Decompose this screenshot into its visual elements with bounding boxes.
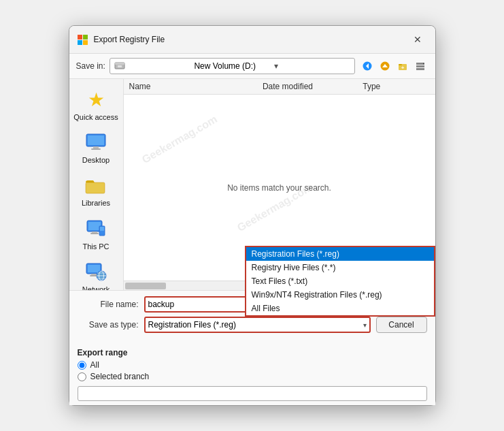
scrollbar-thumb[interactable] [125, 283, 166, 289]
sidebar-label-desktop: Desktop [82, 156, 110, 165]
dropdown-option-3[interactable]: Win9x/NT4 Registration Files (*.reg) [246, 288, 434, 302]
sidebar-label-network: Network [82, 285, 110, 290]
save-in-value: New Volume (D:) [194, 61, 270, 71]
svg-rect-23 [90, 233, 99, 234]
monitor-icon [84, 130, 108, 155]
new-folder-button[interactable]: + [394, 58, 411, 74]
sidebar-item-desktop[interactable]: Desktop [71, 127, 120, 167]
toolbar-icons: + [359, 58, 429, 74]
disk-icon-small [114, 61, 190, 71]
export-range-section: Export range All Selected branch [69, 342, 435, 405]
svg-rect-21 [88, 222, 101, 230]
export-registry-dialog: Export Registry File ✕ Save in: New Volu… [69, 25, 436, 406]
export-range-title: Export range [78, 348, 427, 357]
svg-rect-25 [100, 227, 104, 231]
star-icon: ★ [84, 87, 108, 112]
save-in-chevron: ▾ [274, 61, 350, 71]
title-bar: Export Registry File ✕ [69, 26, 435, 54]
radio-branch-label[interactable]: Selected branch [90, 372, 150, 381]
save-as-type-value: Registration Files (*.reg) [148, 320, 236, 330]
svg-rect-22 [92, 232, 97, 233]
sidebar-item-libraries[interactable]: Libraries [71, 170, 120, 210]
dialog-title: Export Registry File [94, 35, 403, 44]
svg-rect-1 [115, 63, 124, 65]
save-as-type-popup: Registration Files (*.reg) Registry Hive… [245, 246, 435, 317]
sidebar-item-network[interactable]: Network [71, 257, 120, 290]
file-name-label: File name: [78, 300, 139, 309]
close-button[interactable]: ✕ [408, 31, 427, 48]
col-header-date: Date modified [263, 82, 363, 91]
app-icon [78, 34, 88, 45]
branch-input[interactable] [78, 386, 427, 401]
nav-up-button[interactable] [377, 58, 393, 74]
view-options-button[interactable] [412, 58, 429, 74]
svg-rect-18 [86, 182, 105, 193]
radio-all: All [78, 360, 427, 370]
folder-icon [84, 173, 108, 197]
cancel-button[interactable]: Cancel [376, 317, 427, 333]
sidebar-label-quick-access: Quick access [73, 113, 118, 122]
save-as-type-chevron: ▾ [363, 321, 367, 329]
svg-rect-15 [88, 135, 104, 145]
sidebar-label-libraries: Libraries [82, 199, 110, 208]
svg-rect-11 [416, 65, 424, 67]
radio-all-label[interactable]: All [90, 360, 99, 370]
svg-rect-27 [88, 265, 100, 272]
svg-rect-12 [416, 68, 424, 70]
col-header-type: Type [363, 82, 429, 91]
svg-rect-28 [91, 274, 97, 275]
dropdown-option-1[interactable]: Registry Hive Files (*.*) [246, 261, 434, 274]
svg-rect-2 [118, 65, 122, 67]
dropdown-option-0[interactable]: Registration Files (*.reg) [246, 247, 434, 261]
svg-text:+: + [401, 65, 404, 71]
sidebar-label-this-pc: This PC [82, 242, 109, 251]
save-as-type-row: Save as type: Registration Files (*.reg)… [78, 317, 371, 333]
svg-rect-16 [93, 146, 99, 148]
radio-branch: Selected branch [78, 372, 427, 381]
sidebar: ★ Quick access Desktop [69, 79, 124, 290]
col-header-name: Name [129, 82, 263, 91]
pc-icon [84, 217, 108, 241]
save-in-row: Save in: New Volume (D:) ▾ + [69, 54, 435, 79]
nav-back-button[interactable] [359, 58, 375, 74]
dropdown-option-4[interactable]: All Files [246, 302, 434, 315]
file-header: Name Date modified Type [124, 79, 435, 95]
network-icon [84, 259, 108, 284]
save-in-label: Save in: [76, 61, 105, 71]
sidebar-item-this-pc[interactable]: This PC [71, 214, 120, 254]
dropdown-option-2[interactable]: Text Files (*.txt) [246, 274, 434, 288]
radio-branch-input[interactable] [78, 372, 86, 381]
bottom-area: File name: ▾ Save as type: Registration … [69, 290, 435, 342]
radio-all-input[interactable] [78, 361, 86, 370]
svg-rect-17 [91, 148, 101, 150]
save-in-dropdown[interactable]: New Volume (D:) ▾ [110, 58, 355, 74]
sidebar-item-quick-access[interactable]: ★ Quick access [71, 84, 120, 125]
save-as-type-dropdown[interactable]: Registration Files (*.reg) ▾ [144, 317, 371, 333]
save-as-type-label: Save as type: [78, 320, 139, 330]
